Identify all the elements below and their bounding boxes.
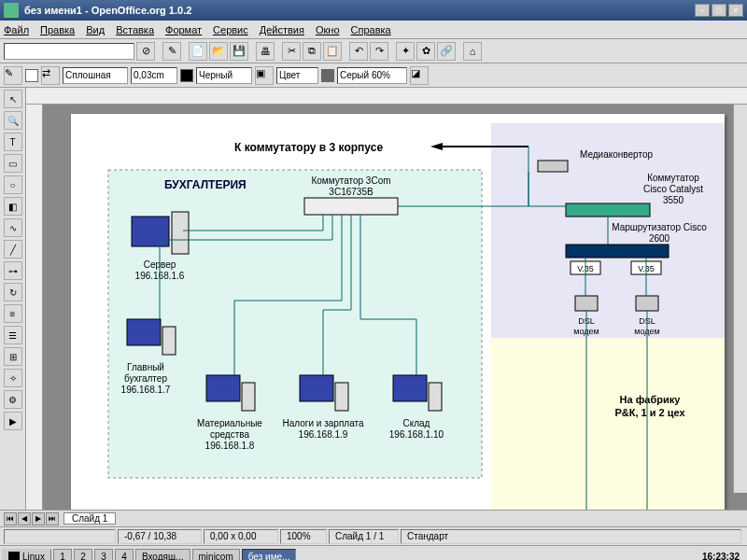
warehouse-l2: 196.168.1.10: [389, 429, 444, 440]
materials-tower: [242, 383, 255, 411]
interaction-icon[interactable]: ⚙: [4, 390, 22, 409]
insert-icon[interactable]: ⊞: [4, 347, 22, 366]
task-mail[interactable]: Входящ...: [135, 549, 190, 560]
effects-icon[interactable]: ✧: [4, 369, 22, 387]
open-icon[interactable]: 📂: [209, 42, 228, 61]
media-converter-box: [538, 161, 568, 172]
edit-icon[interactable]: ✎: [162, 42, 181, 61]
status-mode: Стандарт: [401, 529, 741, 544]
horizontal-ruler[interactable]: [26, 88, 747, 105]
mainacc-l1: Главный: [127, 362, 164, 372]
arrange-tool-icon[interactable]: ☰: [4, 326, 22, 344]
save-icon[interactable]: 💾: [230, 42, 248, 61]
line-color-swatch[interactable]: [180, 69, 193, 82]
text-tool-icon[interactable]: T: [4, 133, 22, 151]
connector-tool-icon[interactable]: ⊶: [4, 261, 22, 280]
line-width-combo[interactable]: 0,03cm: [131, 67, 177, 84]
menu-help[interactable]: Справка: [351, 24, 391, 35]
menu-actions[interactable]: Действия: [260, 24, 304, 35]
arrow-head-icon: [430, 143, 443, 150]
slide[interactable]: К коммутатору в 3 корпусе Медиаконвертор…: [71, 114, 725, 510]
task-minicom[interactable]: minicom: [192, 549, 240, 560]
fill-color-combo[interactable]: Серый 60%: [337, 67, 407, 84]
menu-view[interactable]: Вид: [86, 24, 105, 35]
print-icon[interactable]: 🖶: [256, 42, 275, 61]
zoom-tool-icon[interactable]: 🔍: [4, 111, 22, 130]
tab-next-icon[interactable]: ▶: [32, 512, 45, 525]
select-tool-icon[interactable]: ↖: [4, 90, 22, 108]
arrow-style-icon[interactable]: ⇄: [41, 66, 60, 85]
accounting-title: БУХГАЛТЕРИЯ: [164, 178, 247, 191]
paste-icon[interactable]: 📋: [323, 42, 342, 61]
ellipse-tool-icon[interactable]: ○: [4, 175, 22, 194]
mainacc-tower: [162, 327, 176, 355]
task-openoffice[interactable]: без име...: [242, 549, 297, 560]
materials-l2: средства: [210, 429, 250, 440]
tab-first-icon[interactable]: ⏮: [4, 512, 17, 525]
scrollbar-vertical[interactable]: [733, 105, 747, 493]
hyperlink-icon[interactable]: 🔗: [437, 42, 456, 61]
tab-prev-icon[interactable]: ◀: [18, 512, 31, 525]
close-button[interactable]: ×: [728, 4, 743, 17]
fill-color-swatch[interactable]: [321, 69, 334, 82]
taxes-monitor: [300, 375, 333, 401]
status-coords: -0,67 / 10,38: [118, 529, 202, 544]
shadow-icon[interactable]: ◪: [410, 66, 429, 85]
menu-window[interactable]: Окно: [316, 24, 340, 35]
styles-icon[interactable]: ✿: [416, 42, 435, 61]
server-monitor: [132, 217, 169, 246]
undo-icon[interactable]: ↶: [349, 42, 368, 61]
line-style-combo[interactable]: Сплошная: [63, 67, 128, 84]
workarea: К коммутатору в 3 корпусе Медиаконвертор…: [26, 88, 747, 510]
rotate-tool-icon[interactable]: ↻: [4, 283, 22, 301]
statusbar: -0,67 / 10,38 0,00 x 0,00 100% Слайд 1 /…: [0, 526, 747, 545]
zone-factory: [491, 338, 725, 510]
menu-insert[interactable]: Вставка: [116, 24, 154, 35]
gallery-icon[interactable]: ⌂: [463, 42, 482, 61]
rect-tool-icon[interactable]: ▭: [4, 154, 22, 173]
menu-edit[interactable]: Правка: [40, 24, 75, 35]
mainacc-l3: 196.168.1.7: [121, 385, 171, 395]
cisco-rt-l2: 2600: [649, 233, 670, 244]
slide-tab-1[interactable]: Слайд 1: [63, 512, 116, 525]
maximize-button[interactable]: □: [712, 4, 726, 17]
curve-tool-icon[interactable]: ∿: [4, 218, 22, 237]
align-tool-icon[interactable]: ≡: [4, 304, 22, 323]
mainacc-monitor: [127, 319, 161, 345]
app-icon: [4, 3, 19, 18]
taxes-tower: [335, 383, 348, 411]
cut-icon[interactable]: ✂: [282, 42, 301, 61]
server-tower: [172, 212, 189, 254]
line-tool-icon[interactable]: ╱: [4, 240, 22, 259]
redo-icon[interactable]: ↷: [370, 42, 388, 61]
new-icon[interactable]: 📄: [189, 42, 207, 61]
desktop-1[interactable]: 1: [53, 549, 72, 560]
minimize-button[interactable]: −: [695, 4, 710, 17]
fill-icon[interactable]: ▣: [255, 66, 274, 85]
menu-format[interactable]: Формат: [165, 24, 202, 35]
diagram-svg: К коммутатору в 3 корпусе Медиаконвертор…: [71, 114, 725, 510]
desktop-4[interactable]: 4: [115, 549, 134, 560]
fill-style-combo[interactable]: Цвет: [276, 67, 318, 84]
menu-service[interactable]: Сервис: [213, 24, 248, 35]
edit-points-icon[interactable]: ✎: [4, 66, 22, 85]
start-button[interactable]: Linux: [2, 549, 51, 561]
stop-icon[interactable]: ⊘: [136, 42, 155, 61]
line-color-combo[interactable]: Черный: [196, 67, 252, 84]
canvas[interactable]: К коммутатору в 3 корпусе Медиаконвертор…: [43, 105, 747, 510]
slide-tabbar: ⏮ ◀ ▶ ⏭ Слайд 1: [0, 510, 747, 526]
vertical-ruler[interactable]: [26, 105, 43, 510]
desktop-3[interactable]: 3: [94, 549, 113, 560]
menu-file[interactable]: Файл: [4, 24, 29, 35]
animation-icon[interactable]: ▶: [4, 412, 22, 430]
3d-tool-icon[interactable]: ◧: [4, 197, 22, 216]
line-swatch-icon[interactable]: [25, 69, 38, 82]
url-combo[interactable]: [4, 43, 134, 60]
desktop-2[interactable]: 2: [74, 549, 92, 560]
tab-last-icon[interactable]: ⏭: [46, 512, 59, 525]
navigator-icon[interactable]: ✦: [396, 42, 415, 61]
status-zoom[interactable]: 100%: [280, 529, 327, 544]
cisco-sw-l2: Cisco Catalyst: [643, 184, 703, 194]
copy-icon[interactable]: ⧉: [303, 42, 321, 61]
switch-3com-box: [304, 198, 398, 215]
